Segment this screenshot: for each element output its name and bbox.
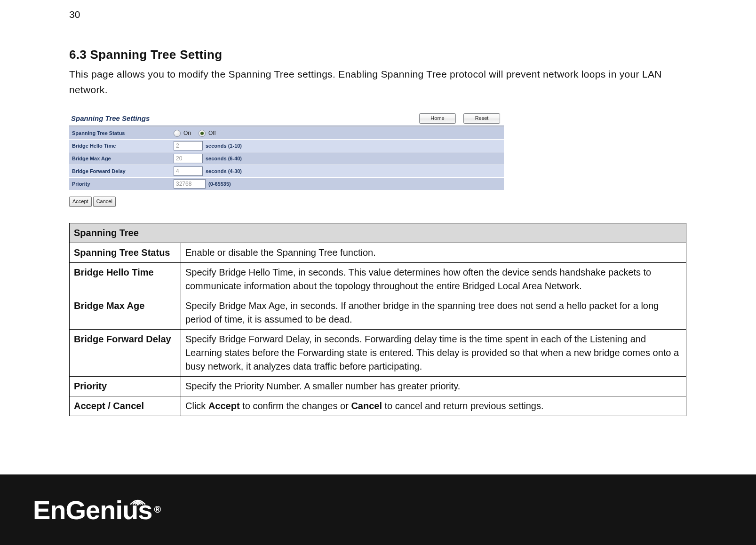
fwd-label: Bridge Forward Delay <box>69 168 174 174</box>
status-on-text: On <box>183 130 191 136</box>
prio-label: Priority <box>69 181 174 187</box>
desc-val: Specify Bridge Hello Time, in seconds. T… <box>181 263 686 296</box>
desc-key: Bridge Hello Time <box>70 263 181 296</box>
desc-key: Bridge Max Age <box>70 296 181 330</box>
hello-label: Bridge Hello Time <box>69 143 174 149</box>
fwd-hint: seconds (4-30) <box>206 168 242 174</box>
home-button[interactable]: Home <box>419 113 456 124</box>
brand-logo: EnGenius ® <box>33 495 160 525</box>
section-heading: 6.3 Spanning Tree Setting <box>69 47 687 62</box>
cancel-button[interactable]: Cancel <box>93 197 116 207</box>
registered-icon: ® <box>154 504 160 515</box>
hello-hint: seconds (1-10) <box>206 143 242 149</box>
svg-point-0 <box>137 504 139 506</box>
status-label: Spanning Tree Status <box>69 130 174 136</box>
accept-button[interactable]: Accept <box>69 197 92 207</box>
intro-text: This page allows you to modify the Spann… <box>69 67 687 97</box>
footer: EnGenius ® <box>0 474 756 545</box>
table-row: Priority Specify the Priority Number. A … <box>70 377 686 396</box>
table-row: Accept / Cancel Click Accept to confirm … <box>70 396 686 416</box>
hello-input[interactable] <box>174 141 203 150</box>
desc-val: Specify the Priority Number. A smaller n… <box>181 377 686 396</box>
desc-val: Enable or disable the Spanning Tree func… <box>181 243 686 263</box>
desc-key: Accept / Cancel <box>70 396 181 416</box>
maxage-input[interactable] <box>174 154 203 163</box>
desc-header: Spanning Tree <box>70 223 686 243</box>
table-row: Bridge Forward Delay Specify Bridge Forw… <box>70 330 686 377</box>
status-off-text: Off <box>208 130 216 136</box>
desc-val: Specify Bridge Forward Delay, in seconds… <box>181 330 686 377</box>
desc-key: Spanning Tree Status <box>70 243 181 263</box>
desc-val: Click Accept to confirm the changes or C… <box>181 396 686 416</box>
reset-button[interactable]: Reset <box>463 113 500 124</box>
desc-val: Specify Bridge Max Age, in seconds. If a… <box>181 296 686 330</box>
desc-key: Bridge Forward Delay <box>70 330 181 377</box>
desc-key: Priority <box>70 377 181 396</box>
page-number: 30 <box>69 9 687 19</box>
prio-input[interactable] <box>174 179 206 189</box>
table-row: Bridge Max Age Specify Bridge Max Age, i… <box>70 296 686 330</box>
fwd-input[interactable] <box>174 166 203 176</box>
status-on-radio[interactable] <box>174 130 181 137</box>
maxage-hint: seconds (6-40) <box>206 156 242 161</box>
settings-panel: Spanning Tree Settings Home Reset Spanni… <box>69 112 504 207</box>
wifi-icon <box>126 492 150 506</box>
maxage-label: Bridge Max Age <box>69 156 174 161</box>
table-row: Bridge Hello Time Specify Bridge Hello T… <box>70 263 686 296</box>
table-row: Spanning Tree Status Enable or disable t… <box>70 243 686 263</box>
prio-hint: (0-65535) <box>208 181 231 187</box>
status-off-radio[interactable] <box>199 130 206 137</box>
description-table: Spanning Tree Spanning Tree Status Enabl… <box>69 223 686 416</box>
panel-title: Spanning Tree Settings <box>71 114 419 124</box>
